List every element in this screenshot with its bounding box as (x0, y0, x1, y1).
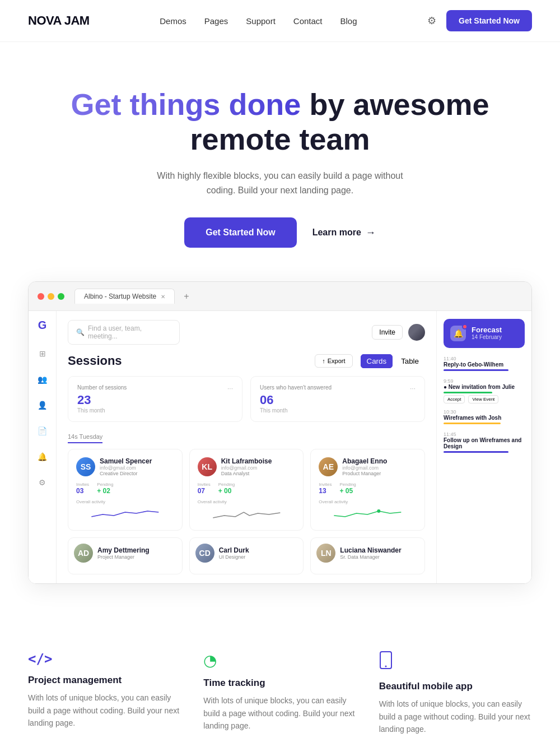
feature-1: ◔ Time tracking With lots of unique bloc… (203, 651, 356, 735)
stat-card-users: Users who haven't answered ··· 06 This m… (250, 376, 425, 422)
settings-icon[interactable]: ⚙ (427, 15, 436, 27)
nav-demos[interactable]: Demos (160, 16, 186, 26)
hero-buttons: Get Started Now Learn more → (28, 217, 532, 248)
view-event-button[interactable]: View Event (468, 395, 498, 403)
table-view-button[interactable]: Table (395, 354, 425, 368)
sparkline-1 (198, 507, 296, 520)
member-avatar-1: KL (198, 457, 217, 476)
view-toggle: Cards Table (361, 354, 425, 368)
hero-subtext: With highly flexible blocks, you can eas… (157, 169, 403, 197)
member-card-1: KL Kit Laframboise info@gmail.com Data A… (189, 449, 304, 531)
feature-title-0: Project management (28, 675, 181, 686)
member-card-0: SS Samuel Spencer info@gmail.com Creativ… (68, 449, 183, 531)
new-tab-icon[interactable]: + (184, 291, 189, 301)
arrow-icon: → (366, 227, 376, 239)
member-name-0: Samuel Spencer (100, 457, 152, 465)
bottom-member-2: LN Luciana Niswander Sr. Data Manager (310, 537, 425, 574)
member-stats-0: Invites 03 Pending + 02 (76, 482, 174, 495)
nav-contact[interactable]: Contact (293, 16, 323, 26)
tl-bar-0 (444, 369, 508, 371)
browser-bar: Albino - Startup Website ✕ + (29, 282, 531, 311)
member-email-1: info@gmail.com (221, 465, 272, 471)
mstat-pending-2: Pending + 05 (339, 482, 356, 495)
hero-section: Get things done by awesomeremote team Wi… (0, 42, 560, 281)
nav-blog[interactable]: Blog (340, 16, 357, 26)
sessions-title: Sessions (68, 354, 122, 368)
bottom-member-0: AD Amy Dettmering Project Manager (68, 537, 183, 574)
feature-desc-0: With lots of unique blocks, you can easi… (28, 692, 181, 729)
learn-more-button[interactable]: Learn more → (312, 227, 376, 239)
hero-headline: Get things done by awesomeremote team (28, 87, 532, 156)
member-role-1: Data Analyst (221, 471, 272, 476)
search-box[interactable]: 🔍 Find a user, team, meeting... (68, 320, 180, 345)
bell-icon: 🔔 (450, 326, 466, 341)
bottom-name-1: Carl Durk (219, 546, 249, 554)
sparkline-2 (319, 507, 417, 520)
tl-title-1: ● New invitation from Julie (444, 384, 525, 390)
sparkline-0 (76, 507, 174, 520)
nav-pages[interactable]: Pages (204, 16, 228, 26)
stat-sessions-label: Number of sessions (77, 384, 127, 391)
cards-view-button[interactable]: Cards (361, 354, 393, 368)
sidebar-icon-docs[interactable]: 📄 (34, 423, 51, 439)
tab-close-icon[interactable]: ✕ (161, 294, 165, 300)
forecast-info: Forecast 14 February (472, 326, 502, 340)
forecast-date: 14 February (472, 334, 502, 340)
maximize-dot (58, 293, 64, 300)
accept-button[interactable]: Accept (444, 395, 465, 403)
nav-support[interactable]: Support (246, 16, 276, 26)
bottom-role-2: Sr. Data Manager (340, 554, 401, 560)
export-button[interactable]: ↑ Export (315, 354, 352, 368)
mobile-icon (379, 651, 532, 673)
feature-2: Beautiful mobile app With lots of unique… (379, 651, 532, 735)
app-sidebar: G ⊞ 👥 👤 📄 🔔 ⚙ (29, 311, 57, 583)
bottom-name-0: Amy Dettmering (97, 546, 150, 554)
navbar: NOVA JAM Demos Pages Support Contact Blo… (0, 0, 560, 42)
sidebar-icon-bell[interactable]: 🔔 (34, 448, 51, 465)
stat-sessions-more[interactable]: ··· (227, 384, 233, 393)
tl-btns-1: Accept View Event (444, 395, 525, 403)
member-avatar-img-0: SS (76, 457, 95, 476)
svg-point-0 (377, 509, 381, 513)
tab-label: Albino - Startup Website (84, 293, 156, 300)
app-content: G ⊞ 👥 👤 📄 🔔 ⚙ 🔍 Find a user, team, meeti… (29, 311, 531, 583)
member-top-0: SS Samuel Spencer info@gmail.com Creativ… (76, 457, 174, 476)
stat-users-more[interactable]: ··· (410, 384, 416, 393)
bottom-member-top-2: LN Luciana Niswander Sr. Data Manager (316, 544, 419, 563)
invite-button[interactable]: Invite (372, 325, 403, 340)
time-icon: ◔ (203, 651, 356, 670)
member-card-2: AE Abagael Enno info@gmail.com Product M… (310, 449, 425, 531)
stat-users-value: 06 (260, 393, 416, 407)
tl-time-0: 11:40 (444, 356, 525, 361)
nav-cta-button[interactable]: Get Started Now (446, 10, 532, 31)
sidebar-icon-profile[interactable]: 👤 (34, 397, 51, 414)
bottom-avatar-img-0: AD (74, 544, 93, 563)
mstat-invites-2: Invites 13 (319, 482, 332, 495)
bottom-members-row: AD Amy Dettmering Project Manager CD (68, 537, 425, 574)
hero-headline-gradient: Get things done (71, 87, 301, 121)
app-logo-icon: G (38, 319, 47, 332)
stat-users-sub: This month (260, 407, 416, 414)
mstat-pending-1: Pending + 00 (218, 482, 235, 495)
timeline-item-3: 11:45 Follow up on Wireframes and Design (444, 432, 525, 454)
member-role-2: Product Manager (342, 471, 387, 476)
logo: NOVA JAM (28, 13, 90, 28)
member-top-1: KL Kit Laframboise info@gmail.com Data A… (198, 457, 296, 476)
svg-point-2 (385, 666, 386, 667)
get-started-button[interactable]: Get Started Now (184, 217, 296, 248)
timeline: 11:40 Reply-to Gebo-Wilhem 9:59 ● New in… (444, 356, 525, 454)
tl-title-2: Wireframes with Josh (444, 415, 525, 421)
bottom-role-1: UI Designer (219, 554, 249, 560)
sidebar-icon-home[interactable]: ⊞ (34, 345, 51, 362)
bottom-avatar-1: CD (195, 544, 214, 563)
member-email-2: info@gmail.com (342, 465, 387, 471)
member-top-2: AE Abagael Enno info@gmail.com Product M… (319, 457, 417, 476)
browser-tab: Albino - Startup Website ✕ (74, 289, 175, 304)
stat-card-sessions: Number of sessions ··· 23 This month (68, 376, 242, 422)
features-section: </> Project management With lots of uniq… (0, 618, 560, 747)
sidebar-icon-users[interactable]: 👥 (34, 371, 51, 388)
timeline-item-0: 11:40 Reply-to Gebo-Wilhem (444, 356, 525, 373)
activity-label-1: Overall activity (198, 499, 296, 504)
sidebar-icon-settings[interactable]: ⚙ (34, 474, 51, 491)
bottom-info-0: Amy Dettmering Project Manager (97, 546, 150, 560)
